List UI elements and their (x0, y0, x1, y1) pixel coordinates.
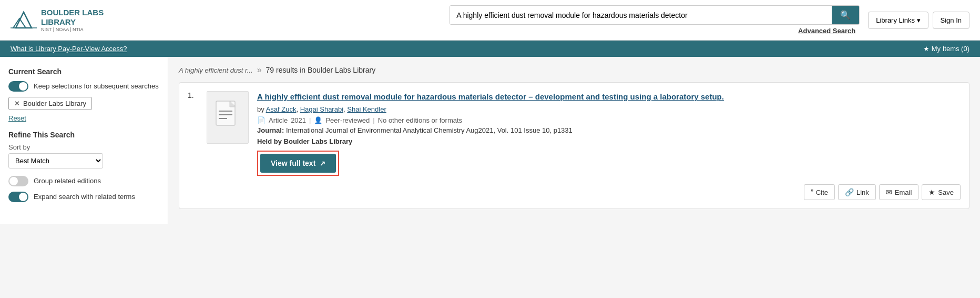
search-button[interactable]: 🔍 (832, 6, 859, 24)
results-count: 79 results in Boulder Labs Library (266, 66, 376, 74)
search-input[interactable] (450, 6, 832, 24)
result-card: 1. A highly efficient dust removal modul… (179, 82, 969, 209)
author-2[interactable]: Hagai Sharabi (300, 105, 343, 113)
search-area: 🔍 Advanced Search (112, 5, 860, 35)
filter-tag-x: ✕ (14, 100, 20, 107)
reset-link[interactable]: Reset (8, 114, 159, 122)
action-row: ” Cite 🔗 Link ✉ Email ★ (257, 184, 961, 200)
expand-search-label: Expand search with related terms (34, 193, 135, 202)
sidebar: Current Search Keep selections for subse… (0, 57, 168, 224)
logo-area: BOULDER LABS LIBRARY NIST | NOAA | NTIA (11, 7, 104, 33)
journal-label: Journal: (257, 126, 286, 134)
breadcrumb: A highly efficient dust r... » 79 result… (179, 65, 969, 75)
library-links-button[interactable]: Library Links ▾ (868, 12, 928, 29)
journal-value: International Journal of Environmental A… (286, 126, 573, 134)
author-1[interactable]: Asaf Zuck (266, 105, 297, 113)
header: BOULDER LABS LIBRARY NIST | NOAA | NTIA … (0, 0, 980, 41)
result-thumbnail (207, 91, 249, 144)
group-editions-toggle[interactable] (8, 176, 28, 186)
my-items[interactable]: ★ My Items (0) (923, 45, 969, 53)
logo-text: BOULDER LABS LIBRARY NIST | NOAA | NTIA (41, 8, 104, 32)
result-held: Held by Boulder Labs Library (257, 137, 961, 145)
save-label: Save (938, 188, 954, 196)
filter-tag-label: Boulder Labs Library (23, 100, 86, 107)
breadcrumb-search: A highly efficient dust r... (179, 66, 253, 74)
cite-label: Cite (816, 188, 828, 196)
header-buttons: Library Links ▾ Sign In (868, 12, 969, 29)
doc-icon-small: 📄 (257, 116, 266, 124)
expand-search-toggle[interactable] (8, 192, 28, 202)
result-meta: 📄 Article 2021 | 👤 Peer-reviewed | No ot… (257, 116, 961, 124)
editions: No other editions or formats (378, 116, 462, 124)
advanced-search-link[interactable]: Advanced Search (798, 27, 855, 35)
search-bar: 🔍 (450, 5, 860, 25)
main-layout: Current Search Keep selections for subse… (0, 57, 980, 224)
result-details: A highly efficient dust removal module f… (257, 91, 961, 200)
logo-icon (11, 7, 37, 33)
sort-by-label: Sort by (8, 143, 159, 151)
cite-button[interactable]: ” Cite (804, 184, 835, 200)
group-editions-label: Group related editions (34, 177, 101, 186)
result-title[interactable]: A highly efficient dust removal module f… (257, 91, 961, 102)
external-link-icon: ↗ (320, 160, 325, 167)
result-authors: by Asaf Zuck, Hagai Sharabi, Shai Kendle… (257, 105, 961, 113)
result-number: 1. (188, 91, 198, 200)
result-year: 2021 (291, 116, 306, 124)
breadcrumb-separator: » (257, 65, 262, 75)
result-journal: Journal: International Journal of Enviro… (257, 126, 961, 134)
email-button[interactable]: ✉ Email (879, 184, 919, 200)
content: A highly efficient dust r... » 79 result… (168, 57, 980, 224)
save-icon: ★ (928, 188, 935, 196)
current-search-title: Current Search (8, 67, 159, 76)
keep-selections-toggle[interactable] (8, 81, 28, 92)
ppv-link[interactable]: What is Library Pay-Per-View Access? (11, 45, 127, 53)
cite-icon: ” (811, 188, 813, 196)
peer-reviewed-icon: 👤 (314, 116, 322, 124)
email-label: Email (895, 188, 912, 196)
author-3[interactable]: Shai Kendler (347, 105, 386, 113)
view-fulltext-wrapper: View full text ↗ (257, 151, 339, 176)
keep-selections-label: Keep selections for subsequent searches (34, 82, 159, 91)
keep-selections-row: Keep selections for subsequent searches (8, 81, 159, 92)
view-fulltext-button[interactable]: View full text ↗ (260, 154, 336, 173)
ppv-bar: What is Library Pay-Per-View Access? ★ M… (0, 41, 980, 57)
view-fulltext-label: View full text (271, 159, 315, 167)
save-button[interactable]: ★ Save (922, 184, 961, 200)
filter-tag[interactable]: ✕ Boulder Labs Library (8, 97, 92, 110)
result-type: Article (269, 116, 288, 124)
result-inner: 1. A highly efficient dust removal modul… (188, 91, 961, 200)
peer-reviewed: Peer-reviewed (325, 116, 370, 124)
group-editions-row: Group related editions (8, 176, 159, 186)
sign-in-button[interactable]: Sign In (933, 12, 969, 29)
sort-select[interactable]: Best Match Date Author Title (8, 153, 103, 168)
search-icon: 🔍 (840, 11, 851, 19)
link-button[interactable]: 🔗 Link (838, 184, 876, 200)
email-icon: ✉ (886, 188, 892, 196)
expand-search-row: Expand search with related terms (8, 192, 159, 202)
link-label: Link (856, 188, 869, 196)
refine-title: Refine This Search (8, 131, 159, 139)
link-icon: 🔗 (845, 188, 854, 196)
